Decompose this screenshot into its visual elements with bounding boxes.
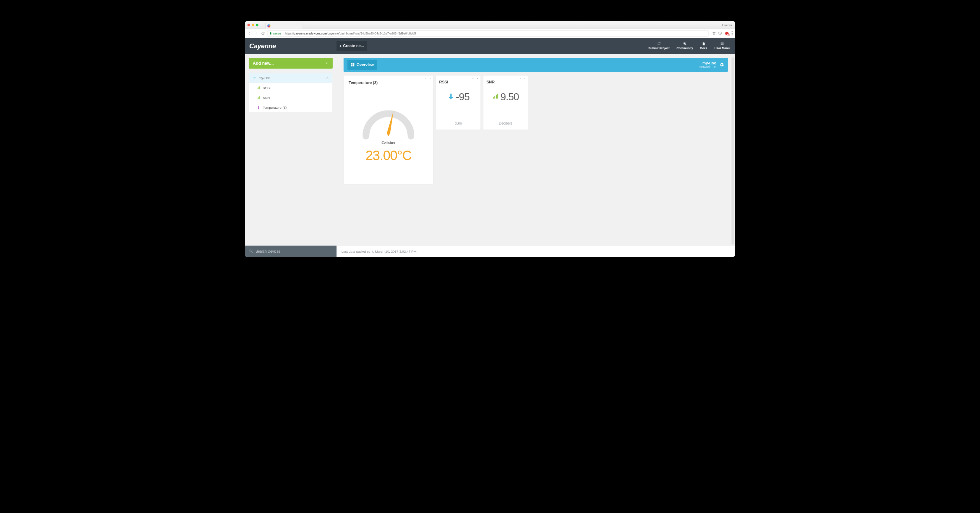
search-icon bbox=[249, 249, 253, 253]
share-icon bbox=[657, 42, 661, 46]
main-content: Overview my-uno Network: Ttn bbox=[337, 54, 735, 257]
svg-rect-13 bbox=[353, 64, 355, 67]
device-icon bbox=[252, 76, 256, 80]
header-nav: Submit Project Community Docs User Menu bbox=[648, 42, 735, 50]
app-logo[interactable]: Cayenne bbox=[245, 42, 337, 50]
rssi-unit: dBm bbox=[439, 121, 478, 125]
svg-rect-6 bbox=[257, 98, 257, 99]
widget-title: Temperature (3) bbox=[349, 81, 428, 85]
add-new-button[interactable]: Add new... bbox=[249, 58, 332, 68]
menu-icon bbox=[720, 42, 724, 46]
sidebar-item-rssi[interactable]: RSSI bbox=[249, 83, 332, 93]
rssi-icon bbox=[447, 92, 455, 101]
lock-icon: Secure bbox=[270, 32, 282, 35]
scrollbar[interactable] bbox=[732, 57, 734, 245]
svg-rect-20 bbox=[450, 98, 452, 99]
svg-rect-11 bbox=[351, 64, 353, 65]
chart-icon[interactable] bbox=[424, 77, 427, 80]
browser-toolbar: Secure | https://cayenne.mydevices.com/c… bbox=[245, 29, 735, 38]
extension-badge-icon[interactable]: 2 bbox=[725, 31, 729, 35]
create-new-button[interactable]: + Create ne... bbox=[337, 41, 367, 51]
address-bar[interactable]: Secure | https://cayenne.mydevices.com/c… bbox=[267, 30, 709, 37]
gear-icon[interactable] bbox=[429, 77, 432, 80]
svg-rect-4 bbox=[258, 87, 259, 89]
device-name: my-uno bbox=[259, 76, 270, 80]
rssi-value: -95 bbox=[456, 91, 469, 103]
temperature-unit-label: Celsius bbox=[382, 141, 395, 145]
svg-point-15 bbox=[430, 78, 431, 79]
snr-value: 9.50 bbox=[501, 91, 519, 103]
back-button[interactable] bbox=[247, 31, 252, 35]
pocket-icon[interactable] bbox=[719, 31, 722, 35]
sidebar-item-label: Temperature (3) bbox=[263, 106, 287, 110]
plus-icon: + bbox=[339, 43, 342, 49]
sidebar-item-temperature[interactable]: Temperature (3) bbox=[249, 103, 332, 113]
gauge-icon bbox=[360, 105, 417, 140]
widget-title: SNR bbox=[487, 80, 525, 84]
app-root: Cayenne + Create ne... Submit Project Co… bbox=[245, 38, 735, 257]
sidebar-item-label: SNR bbox=[263, 96, 270, 100]
forward-button[interactable] bbox=[254, 31, 258, 35]
gear-icon[interactable] bbox=[719, 63, 724, 67]
reload-button[interactable] bbox=[261, 31, 265, 35]
thermometer-icon bbox=[257, 106, 261, 110]
docs-icon bbox=[702, 42, 706, 46]
svg-point-1 bbox=[254, 78, 255, 79]
svg-rect-5 bbox=[259, 86, 260, 89]
widget-temperature: Temperature (3) Celsius 23.00°C bbox=[344, 75, 433, 184]
device-tree-item-my-uno[interactable]: my-uno bbox=[249, 73, 332, 83]
chart-icon[interactable] bbox=[519, 77, 522, 80]
create-new-label: Create ne... bbox=[343, 44, 364, 48]
nav-submit-project[interactable]: Submit Project bbox=[648, 42, 670, 50]
browser-menu-button[interactable] bbox=[732, 31, 733, 35]
signal-icon bbox=[257, 96, 261, 100]
last-packet-label: Last data packet sent: March 10, 2017 3:… bbox=[342, 249, 417, 253]
bookmark-star-icon[interactable] bbox=[713, 31, 716, 35]
overview-bar: Overview my-uno Network: Ttn bbox=[344, 58, 728, 72]
minimize-window-button[interactable] bbox=[252, 24, 254, 26]
nav-docs[interactable]: Docs bbox=[700, 42, 708, 50]
nav-user-menu[interactable]: User Menu bbox=[714, 42, 730, 50]
svg-rect-23 bbox=[494, 96, 495, 98]
svg-rect-18 bbox=[450, 94, 452, 97]
tab-overview[interactable]: Overview bbox=[347, 60, 377, 70]
close-window-button[interactable] bbox=[247, 24, 250, 26]
widget-grid: Temperature (3) Celsius 23.00°C bbox=[344, 75, 728, 184]
gear-icon[interactable] bbox=[476, 77, 479, 80]
sidebar-item-snr[interactable]: SNR bbox=[249, 93, 332, 103]
svg-point-10 bbox=[250, 250, 252, 252]
chevron-down-icon bbox=[325, 61, 329, 65]
svg-rect-2 bbox=[257, 88, 257, 89]
svg-rect-19 bbox=[449, 97, 453, 98]
secure-label: Secure bbox=[273, 32, 282, 35]
chart-icon[interactable] bbox=[471, 77, 474, 80]
browser-profile-name[interactable]: Laurens bbox=[722, 24, 732, 27]
dashboard-icon bbox=[351, 63, 355, 67]
browser-titlebar: Laurens bbox=[245, 21, 735, 29]
svg-point-21 bbox=[525, 78, 525, 79]
svg-rect-24 bbox=[496, 95, 497, 98]
temperature-value: 23.00°C bbox=[365, 148, 412, 163]
browser-window: Laurens Secure | https://cayenne.mydevic… bbox=[245, 21, 735, 257]
window-controls bbox=[247, 24, 258, 26]
gear-icon[interactable] bbox=[523, 77, 527, 80]
signal-icon bbox=[492, 92, 500, 100]
search-placeholder: Search Devices bbox=[256, 249, 280, 253]
add-new-label: Add new... bbox=[253, 61, 274, 66]
app-body: Add new... my-uno RSSI SNR bbox=[245, 54, 735, 257]
sidebar-item-label: RSSI bbox=[263, 86, 271, 90]
device-tree: my-uno RSSI SNR Temperature (3) bbox=[249, 73, 332, 113]
browser-tabs bbox=[266, 21, 302, 29]
browser-tab-active[interactable] bbox=[266, 23, 302, 29]
signal-icon bbox=[257, 86, 261, 90]
svg-rect-8 bbox=[258, 97, 259, 99]
nav-community[interactable]: Community bbox=[676, 42, 693, 50]
svg-rect-14 bbox=[351, 65, 353, 67]
widget-snr: SNR 9.50 Decibels bbox=[483, 75, 528, 130]
svg-rect-12 bbox=[353, 64, 355, 64]
maximize-window-button[interactable] bbox=[256, 24, 258, 26]
snr-unit: Decibels bbox=[487, 121, 525, 125]
search-devices[interactable]: Search Devices bbox=[245, 246, 337, 257]
footer: Last data packet sent: March 10, 2017 3:… bbox=[337, 246, 735, 257]
tab-overview-label: Overview bbox=[356, 63, 374, 67]
